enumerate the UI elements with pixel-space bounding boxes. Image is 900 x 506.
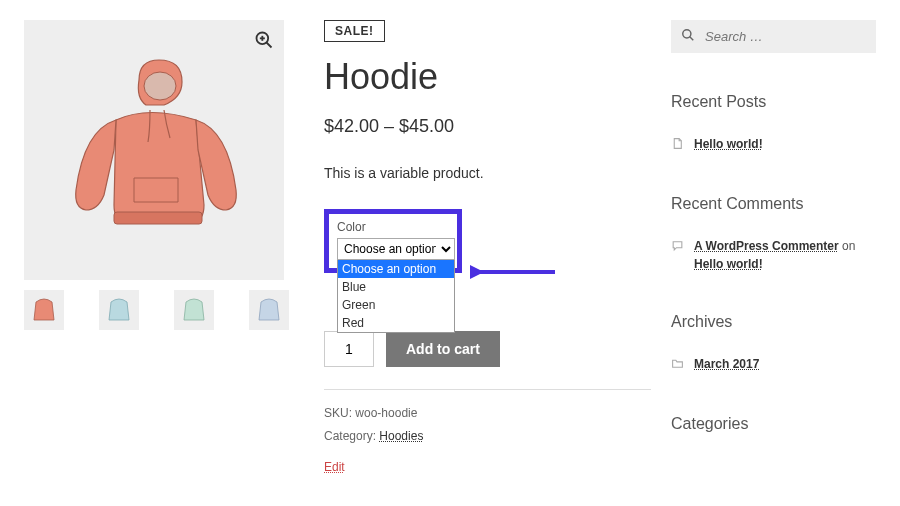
price-low: $42.00 [324, 116, 379, 136]
variation-highlight: Color Choose an option Choose an option … [324, 209, 462, 273]
svg-rect-1 [114, 212, 202, 224]
edit-link[interactable]: Edit [324, 460, 345, 474]
svg-point-7 [683, 30, 691, 38]
product-summary: SALE! Hoodie $42.00 – $45.00 This is a v… [294, 20, 671, 474]
category-link[interactable]: Hoodies [379, 429, 423, 443]
recent-post-link[interactable]: Hello world! [694, 135, 763, 153]
color-dropdown-list: Choose an option Blue Green Red [337, 260, 455, 333]
search-input[interactable] [703, 28, 866, 45]
price-high: $45.00 [399, 116, 454, 136]
archives-widget: Archives March 2017 [671, 313, 876, 375]
comment-author-link[interactable]: A WordPress Commenter [694, 239, 839, 253]
comment-text: A WordPress Commenter on Hello world! [694, 237, 876, 273]
add-to-cart-button[interactable]: Add to cart [386, 331, 500, 367]
product-image-main[interactable] [24, 20, 284, 280]
product-meta: SKU: woo-hoodie Category: Hoodies [324, 402, 651, 448]
document-icon [671, 135, 684, 155]
variation-label: Color [337, 220, 449, 234]
product-thumb[interactable] [24, 290, 64, 330]
svg-line-8 [690, 37, 694, 41]
search-box[interactable] [671, 20, 876, 53]
color-option[interactable]: Green [338, 296, 454, 314]
product-title: Hoodie [324, 56, 651, 98]
color-option[interactable]: Blue [338, 278, 454, 296]
archive-link[interactable]: March 2017 [694, 355, 759, 373]
product-description: This is a variable product. [324, 165, 651, 181]
product-thumbnails [24, 290, 294, 330]
recent-posts-widget: Recent Posts Hello world! [671, 93, 876, 155]
product-gallery [24, 20, 294, 474]
sku-value: woo-hoodie [355, 406, 417, 420]
svg-point-0 [144, 72, 176, 100]
product-thumb[interactable] [249, 290, 289, 330]
product-thumb[interactable] [99, 290, 139, 330]
zoom-icon[interactable] [254, 30, 274, 50]
sku-label: SKU: [324, 406, 355, 420]
sale-badge: SALE! [324, 20, 385, 42]
product-thumb[interactable] [174, 290, 214, 330]
comment-post-link[interactable]: Hello world! [694, 257, 763, 271]
product-price: $42.00 – $45.00 [324, 116, 651, 137]
quantity-input[interactable] [324, 331, 374, 367]
categories-widget: Categories [671, 415, 876, 433]
widget-title: Archives [671, 313, 876, 331]
comment-icon [671, 237, 684, 257]
widget-title: Recent Comments [671, 195, 876, 213]
color-option[interactable]: Red [338, 314, 454, 332]
search-icon [681, 28, 695, 45]
color-select[interactable]: Choose an option [337, 238, 455, 260]
widget-title: Categories [671, 415, 876, 433]
folder-icon [671, 355, 684, 375]
color-option[interactable]: Choose an option [338, 260, 454, 278]
category-label: Category: [324, 429, 379, 443]
svg-line-3 [267, 43, 272, 48]
divider [324, 389, 651, 390]
sidebar: Recent Posts Hello world! Recent Comment… [671, 20, 876, 474]
recent-comments-widget: Recent Comments A WordPress Commenter on… [671, 195, 876, 273]
widget-title: Recent Posts [671, 93, 876, 111]
